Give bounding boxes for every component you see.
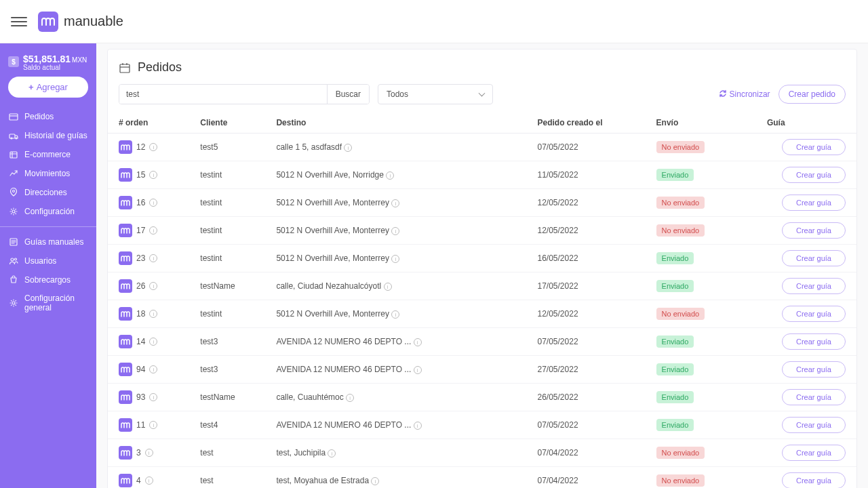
info-icon[interactable]: i (149, 421, 157, 429)
sidebar-admin-item-label-1: Usuarios (24, 256, 56, 266)
info-icon[interactable]: i (391, 227, 399, 235)
brand-row-icon (119, 363, 132, 376)
search-input[interactable] (119, 85, 327, 104)
nav-primary: PedidosHistorial de guíasE-commerceMovim… (0, 107, 96, 221)
brand-row-icon (119, 335, 132, 348)
brand-logo[interactable]: manuable (38, 12, 123, 32)
sidebar-item-icon-4 (8, 187, 19, 198)
create-guide-button[interactable]: Crear guía (782, 333, 846, 350)
table-row: 3itesttest, Juchipila i07/04/2022No envi… (108, 439, 856, 467)
info-icon[interactable]: i (386, 171, 394, 180)
col-header-shipping: Envío (651, 113, 762, 134)
info-icon[interactable]: i (149, 143, 157, 151)
sidebar-item-4[interactable]: Direcciones (0, 183, 96, 202)
status-badge: No enviado (656, 197, 705, 209)
order-number: 23 (136, 253, 145, 263)
info-icon[interactable]: i (149, 282, 157, 290)
info-icon[interactable]: i (391, 310, 399, 319)
sidebar-admin-item-1[interactable]: Usuarios (0, 251, 96, 270)
destination-cell: 5012 N Overhill Ave, Monterrey (276, 253, 389, 263)
brand-name: manuable (64, 14, 123, 29)
sync-button[interactable]: Sincronizar (719, 89, 770, 100)
sidebar-item-0[interactable]: Pedidos (0, 107, 96, 126)
destination-cell: calle, Cuauhtémoc (276, 392, 343, 402)
add-balance-button[interactable]: + Agregar (8, 77, 88, 98)
sidebar-item-1[interactable]: Historial de guías (0, 126, 96, 145)
status-badge: No enviado (656, 224, 705, 237)
calendar-icon (119, 62, 131, 74)
sidebar-admin-item-3[interactable]: Configuración general (0, 289, 96, 317)
info-icon[interactable]: i (145, 476, 153, 485)
info-icon[interactable]: i (149, 226, 157, 235)
info-icon[interactable]: i (344, 144, 352, 152)
order-number: 12 (136, 142, 145, 152)
plus-icon: + (28, 82, 34, 92)
info-icon[interactable]: i (414, 338, 422, 346)
col-header-created: Pedido creado el (532, 113, 651, 134)
info-icon[interactable]: i (414, 422, 422, 430)
create-guide-button[interactable]: Crear guía (782, 195, 846, 211)
sidebar-admin-item-2[interactable]: Sobrecargos (0, 270, 96, 289)
created-cell: 07/05/2022 (532, 134, 651, 161)
create-guide-button[interactable]: Crear guía (782, 361, 846, 378)
create-guide-button[interactable]: Crear guía (782, 222, 846, 239)
table-row: 12itest5calle 1 5, asdfasdf i07/05/2022N… (108, 134, 856, 161)
info-icon[interactable]: i (384, 283, 392, 291)
sidebar-admin-item-0[interactable]: Guías manuales (0, 232, 96, 251)
info-icon[interactable]: i (149, 365, 157, 373)
info-icon[interactable]: i (149, 310, 157, 318)
client-cell: test5 (195, 134, 271, 161)
status-badge: Enviado (656, 252, 694, 264)
info-icon[interactable]: i (145, 449, 153, 457)
sidebar-item-label-0: Pedidos (24, 112, 54, 121)
created-cell: 27/05/2022 (532, 356, 651, 384)
client-cell: test (195, 439, 271, 467)
svg-point-5 (13, 190, 15, 192)
sidebar-item-3[interactable]: Movimientos (0, 164, 96, 183)
create-guide-button[interactable]: Crear guía (782, 250, 846, 266)
create-guide-button[interactable]: Crear guía (782, 417, 846, 433)
search-button[interactable]: Buscar (327, 85, 369, 104)
brand-row-icon (119, 168, 132, 182)
info-icon[interactable]: i (149, 338, 157, 346)
client-cell: testint (195, 300, 271, 328)
create-guide-button[interactable]: Crear guía (782, 445, 846, 461)
table-row: 16itestint5012 N Overhill Ave, Monterrey… (108, 189, 856, 217)
controls-bar: Buscar Todos Sincronizar Crear pedido (108, 84, 856, 113)
sidebar-item-5[interactable]: Configuración (0, 202, 96, 221)
info-icon[interactable]: i (391, 255, 399, 263)
info-icon[interactable]: i (328, 449, 336, 458)
created-cell: 12/05/2022 (532, 217, 651, 245)
order-number: 3 (136, 448, 141, 458)
info-icon[interactable]: i (414, 366, 422, 374)
create-order-button[interactable]: Crear pedido (778, 85, 846, 104)
info-icon[interactable]: i (149, 254, 157, 262)
sidebar-item-2[interactable]: E-commerce (0, 145, 96, 164)
menu-toggle-button[interactable] (11, 14, 27, 30)
sidebar-item-icon-1 (8, 130, 19, 141)
order-number: 26 (136, 281, 145, 291)
balance-label: Saldo actual (23, 64, 87, 71)
col-header-client: Cliente (195, 113, 271, 134)
info-icon[interactable]: i (346, 394, 354, 402)
create-guide-button[interactable]: Crear guía (782, 306, 846, 322)
create-guide-button[interactable]: Crear guía (782, 167, 846, 183)
filter-select[interactable]: Todos (378, 84, 493, 104)
client-cell: test3 (195, 356, 271, 384)
destination-cell: 5012 N Overhill Ave, Monterrey (276, 309, 389, 319)
info-icon[interactable]: i (371, 477, 379, 485)
info-icon[interactable]: i (391, 199, 399, 207)
create-guide-button[interactable]: Crear guía (782, 278, 846, 294)
create-guide-button[interactable]: Crear guía (782, 472, 846, 488)
info-icon[interactable]: i (149, 199, 157, 207)
main-content: Pedidos Buscar Todos Sincronizar Crear (96, 43, 868, 488)
sidebar: $ $51,851.81MXN Saldo actual + Agregar P… (0, 43, 96, 488)
sidebar-admin-item-icon-0 (8, 237, 19, 247)
create-guide-button[interactable]: Crear guía (782, 139, 846, 155)
filter-select-value: Todos (387, 89, 408, 99)
create-guide-button[interactable]: Crear guía (782, 389, 846, 405)
table-row: 17itestint5012 N Overhill Ave, Monterrey… (108, 217, 856, 245)
sidebar-admin-item-label-3: Configuración general (24, 293, 88, 312)
info-icon[interactable]: i (149, 393, 157, 401)
info-icon[interactable]: i (149, 171, 157, 179)
